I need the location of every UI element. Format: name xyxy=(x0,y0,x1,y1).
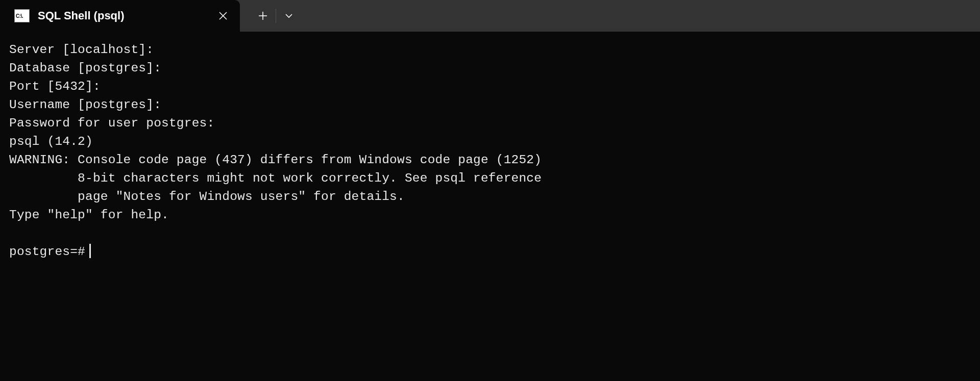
blank-line xyxy=(9,224,971,243)
terminal-line: Port [5432]: xyxy=(9,78,971,96)
plus-icon xyxy=(258,11,267,20)
close-icon xyxy=(219,12,227,20)
terminal-line: page "Notes for Windows users" for detai… xyxy=(9,188,971,206)
prompt-line: postgres=# xyxy=(9,243,971,261)
terminal-line: Password for user postgres: xyxy=(9,114,971,133)
terminal-output[interactable]: Server [localhost]:Database [postgres]:P… xyxy=(0,32,980,270)
close-tab-button[interactable] xyxy=(215,8,231,23)
titlebar: C:\. SQL Shell (psql) xyxy=(0,0,980,32)
terminal-line: Username [postgres]: xyxy=(9,96,971,114)
terminal-line: psql (14.2) xyxy=(9,133,971,151)
tab-title: SQL Shell (psql) xyxy=(38,9,207,22)
terminal-line: 8-bit characters might not work correctl… xyxy=(9,169,971,188)
prompt-text: postgres=# xyxy=(9,243,85,261)
cmd-icon: C:\. xyxy=(14,9,30,22)
chevron-down-icon xyxy=(285,13,293,18)
tab-active[interactable]: C:\. SQL Shell (psql) xyxy=(0,0,240,32)
terminal-line: WARNING: Console code page (437) differs… xyxy=(9,151,971,169)
cursor xyxy=(89,244,91,258)
terminal-line: Database [postgres]: xyxy=(9,59,971,78)
tab-dropdown-button[interactable] xyxy=(276,0,302,32)
new-tab-button[interactable] xyxy=(250,0,276,32)
terminal-line: Server [localhost]: xyxy=(9,41,971,59)
titlebar-actions xyxy=(240,0,302,32)
terminal-line: Type "help" for help. xyxy=(9,206,971,224)
